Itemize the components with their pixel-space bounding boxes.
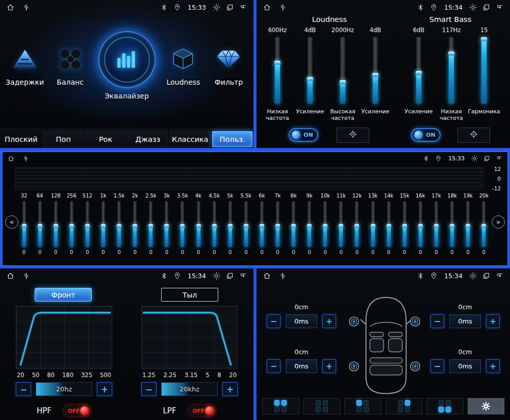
loudness-target-button[interactable] (337, 128, 369, 143)
lpf-minus-button[interactable]: − (141, 382, 157, 396)
vertical-slider[interactable] (435, 201, 438, 247)
slider-thumb[interactable] (354, 224, 359, 228)
tab-rear[interactable]: Тыл (161, 288, 218, 302)
slider-thumb[interactable] (69, 224, 74, 228)
vertical-slider[interactable] (275, 37, 280, 104)
slider-thumb[interactable] (180, 224, 185, 228)
vertical-slider[interactable] (308, 201, 311, 247)
delay-plus-button[interactable]: + (486, 359, 500, 373)
vertical-slider[interactable] (371, 201, 375, 247)
slider-thumb[interactable] (228, 224, 233, 228)
vertical-slider[interactable] (340, 37, 345, 104)
slider-thumb[interactable] (117, 224, 121, 228)
vertical-slider[interactable] (450, 201, 454, 247)
back-icon[interactable] (496, 272, 503, 280)
vertical-slider[interactable] (149, 201, 152, 247)
slider-thumb[interactable] (274, 61, 280, 65)
hpf-minus-button[interactable]: − (16, 382, 31, 396)
slider-thumb[interactable] (307, 77, 313, 81)
brightness-icon[interactable] (213, 4, 220, 11)
preset-tab-2[interactable]: Поп (43, 131, 84, 147)
slider-thumb[interactable] (307, 224, 312, 228)
delay-plus-button[interactable]: + (322, 359, 336, 373)
slider-thumb[interactable] (340, 80, 346, 84)
preset-tab-1[interactable]: Плоский (1, 131, 41, 147)
position-preset-button-5[interactable] (426, 398, 464, 414)
slider-thumb[interactable] (148, 224, 153, 228)
hpf-plus-button[interactable]: + (97, 382, 112, 396)
preset-tab-4[interactable]: Джазз (128, 131, 168, 147)
menu-item-delays[interactable]: Задержки (2, 45, 47, 86)
slider-thumb[interactable] (133, 224, 137, 228)
home-icon[interactable] (7, 272, 14, 280)
delay-minus-button[interactable]: − (430, 314, 444, 328)
vertical-slider[interactable] (260, 201, 264, 247)
vertical-slider[interactable] (165, 201, 168, 247)
slider-thumb[interactable] (260, 224, 264, 228)
lpf-frequency-value[interactable]: 20khz (161, 382, 218, 396)
vertical-slider[interactable] (373, 37, 378, 104)
lpf-off-toggle[interactable]: OFF (188, 404, 216, 417)
slider-thumb[interactable] (481, 37, 487, 41)
position-preset-button-2[interactable] (303, 398, 341, 414)
slider-thumb[interactable] (212, 224, 217, 228)
vertical-slider[interactable] (38, 201, 42, 247)
smartbass-on-toggle[interactable]: ON (411, 128, 441, 142)
vertical-slider[interactable] (22, 201, 26, 247)
windows-icon[interactable] (483, 155, 490, 162)
delay-minus-button[interactable]: − (267, 359, 280, 373)
home-icon[interactable] (263, 272, 271, 280)
menu-item-filter[interactable]: Фильтр (206, 45, 251, 86)
menu-item-loudness[interactable]: Loudness (161, 45, 206, 86)
vertical-slider[interactable] (449, 37, 454, 104)
slider-thumb[interactable] (450, 224, 454, 228)
vertical-slider[interactable] (355, 201, 359, 247)
brightness-icon[interactable] (213, 272, 220, 280)
slider-thumb[interactable] (434, 224, 439, 228)
vertical-slider[interactable] (181, 201, 184, 247)
home-icon[interactable] (263, 4, 271, 11)
vertical-slider[interactable] (292, 201, 295, 247)
windows-icon[interactable] (482, 4, 490, 11)
vertical-slider[interactable] (101, 201, 105, 247)
back-icon[interactable] (239, 272, 247, 280)
vertical-slider[interactable] (197, 201, 200, 247)
vertical-slider[interactable] (133, 201, 137, 247)
vertical-slider[interactable] (481, 37, 487, 104)
vertical-slider[interactable] (323, 201, 327, 247)
slider-thumb[interactable] (371, 224, 375, 228)
vertical-slider[interactable] (466, 201, 470, 247)
vertical-slider[interactable] (482, 201, 486, 247)
slider-thumb[interactable] (164, 224, 169, 228)
position-preset-button-1[interactable] (262, 398, 299, 414)
vertical-slider[interactable] (387, 201, 391, 247)
vertical-slider[interactable] (213, 201, 216, 247)
menu-item-equalizer[interactable]: Эквалайзер (93, 31, 161, 100)
vertical-slider[interactable] (308, 37, 313, 104)
vertical-slider[interactable] (416, 37, 421, 104)
settings-gear-button[interactable] (468, 398, 505, 414)
windows-icon[interactable] (482, 272, 490, 280)
slider-thumb[interactable] (339, 224, 343, 228)
delay-plus-button[interactable]: + (322, 314, 336, 328)
slider-thumb[interactable] (448, 52, 454, 56)
brightness-icon[interactable] (469, 4, 477, 11)
vertical-slider[interactable] (86, 201, 89, 247)
delay-plus-button[interactable]: + (486, 314, 500, 328)
slider-thumb[interactable] (196, 224, 201, 228)
home-icon[interactable] (8, 155, 14, 162)
slider-thumb[interactable] (481, 224, 486, 228)
position-preset-button-4[interactable] (386, 398, 423, 414)
slider-thumb[interactable] (22, 224, 27, 228)
slider-thumb[interactable] (291, 224, 296, 228)
vertical-slider[interactable] (419, 201, 422, 247)
smartbass-target-button[interactable] (457, 128, 490, 143)
position-preset-button-3[interactable] (344, 398, 381, 414)
hpf-frequency-value[interactable]: 20hz (36, 382, 92, 396)
slider-thumb[interactable] (85, 224, 90, 228)
vertical-slider[interactable] (403, 201, 406, 247)
slider-thumb[interactable] (275, 224, 280, 228)
slider-thumb[interactable] (372, 73, 378, 77)
hpf-off-toggle[interactable]: OFF (63, 404, 91, 417)
delay-minus-button[interactable]: − (430, 359, 444, 373)
